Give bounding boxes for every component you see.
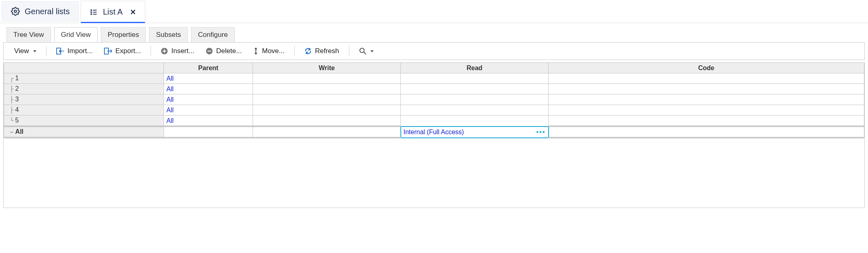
svg-point-4 bbox=[91, 10, 91, 11]
cell-read[interactable] bbox=[401, 73, 549, 84]
cell-write[interactable] bbox=[253, 73, 401, 84]
cell-read[interactable] bbox=[401, 84, 549, 94]
search-icon bbox=[359, 47, 366, 55]
search-menu[interactable] bbox=[354, 46, 379, 56]
cell-write[interactable] bbox=[253, 126, 401, 138]
tab-configure[interactable]: Configure bbox=[191, 27, 235, 42]
export-button[interactable]: Export... bbox=[99, 45, 146, 57]
cell-read[interactable] bbox=[401, 94, 549, 105]
grid-row: ├2 All bbox=[4, 84, 864, 94]
row-label[interactable]: └5 bbox=[4, 116, 164, 126]
grid-row: ┌1 All bbox=[4, 73, 864, 84]
toolbar: View Import... Export... Insert... Delet… bbox=[3, 42, 865, 60]
svg-point-12 bbox=[360, 48, 364, 53]
minus-circle-icon bbox=[206, 47, 213, 55]
view-mode-tabs: Tree View Grid View Properties Subsets C… bbox=[0, 23, 868, 42]
col-write[interactable]: Write bbox=[253, 63, 401, 73]
svg-point-5 bbox=[91, 12, 91, 13]
grid-empty-area[interactable] bbox=[3, 139, 865, 208]
cell-read[interactable] bbox=[401, 116, 549, 126]
cell-picker-icon[interactable]: ••• bbox=[536, 129, 546, 136]
tool-label: Import... bbox=[68, 47, 93, 55]
cell-parent[interactable]: All bbox=[164, 116, 253, 126]
row-label[interactable]: –All bbox=[4, 126, 164, 138]
tab-label: List A bbox=[103, 7, 123, 17]
cell-code[interactable] bbox=[549, 73, 864, 84]
import-button[interactable]: Import... bbox=[51, 45, 98, 57]
caret-down-icon bbox=[33, 50, 36, 52]
cell-code[interactable] bbox=[549, 116, 864, 126]
col-rowhead[interactable] bbox=[4, 63, 164, 73]
grid: Parent Write Read Code ┌1 All ├2 All ├3 … bbox=[3, 62, 865, 138]
tab-tree-view[interactable]: Tree View bbox=[6, 27, 51, 42]
tab-grid-view[interactable]: Grid View bbox=[54, 27, 98, 42]
svg-line-13 bbox=[364, 52, 366, 54]
move-vertical-icon bbox=[253, 47, 259, 55]
col-parent[interactable]: Parent bbox=[164, 63, 253, 73]
delete-button[interactable]: Delete... bbox=[201, 45, 247, 57]
cell-code[interactable] bbox=[549, 84, 864, 94]
cell-read[interactable] bbox=[401, 105, 549, 116]
gear-icon bbox=[11, 7, 20, 16]
tool-label: View bbox=[14, 47, 29, 55]
grid-row: └5 All bbox=[4, 116, 864, 126]
list-icon bbox=[90, 8, 98, 16]
cell-code[interactable] bbox=[549, 105, 864, 116]
cell-read-active[interactable]: Internal (Full Access) ••• bbox=[401, 126, 549, 138]
tab-properties[interactable]: Properties bbox=[101, 27, 146, 42]
move-button[interactable]: Move... bbox=[248, 45, 289, 57]
caret-down-icon bbox=[370, 50, 374, 52]
grid-header-row: Parent Write Read Code bbox=[4, 63, 864, 73]
cell-parent[interactable] bbox=[164, 126, 253, 138]
col-read[interactable]: Read bbox=[401, 63, 549, 73]
tab-label: General lists bbox=[25, 7, 70, 16]
row-label[interactable]: ┌1 bbox=[4, 73, 164, 84]
cell-parent[interactable]: All bbox=[164, 94, 253, 105]
grid-summary-row: –All Internal (Full Access) ••• bbox=[4, 126, 864, 138]
separator bbox=[294, 46, 295, 56]
insert-button[interactable]: Insert... bbox=[156, 45, 199, 57]
cell-code[interactable] bbox=[549, 126, 864, 138]
cell-write[interactable] bbox=[253, 116, 401, 126]
separator bbox=[46, 46, 47, 56]
grid-row: ├3 All bbox=[4, 94, 864, 105]
export-icon bbox=[104, 47, 112, 55]
cell-parent[interactable]: All bbox=[164, 84, 253, 94]
cell-code[interactable] bbox=[549, 94, 864, 105]
refresh-icon bbox=[304, 47, 312, 55]
tool-label: Delete... bbox=[216, 47, 242, 55]
tab-list-a[interactable]: List A ✕ bbox=[81, 1, 145, 23]
tab-subsets[interactable]: Subsets bbox=[149, 27, 187, 42]
close-icon[interactable]: ✕ bbox=[130, 8, 136, 17]
tool-label: Refresh bbox=[315, 47, 339, 55]
svg-point-6 bbox=[91, 14, 91, 15]
cell-write[interactable] bbox=[253, 105, 401, 116]
view-menu[interactable]: View bbox=[9, 45, 41, 57]
cell-parent[interactable]: All bbox=[164, 105, 253, 116]
window-tabs: General lists List A ✕ bbox=[0, 0, 868, 23]
separator bbox=[151, 46, 151, 56]
plus-circle-icon bbox=[161, 47, 168, 55]
tool-label: Insert... bbox=[171, 47, 194, 55]
row-label[interactable]: ├4 bbox=[4, 105, 164, 116]
cell-parent[interactable]: All bbox=[164, 73, 253, 84]
import-icon bbox=[56, 47, 64, 55]
separator bbox=[349, 46, 349, 56]
tool-label: Move... bbox=[262, 47, 285, 55]
cell-write[interactable] bbox=[253, 94, 401, 105]
svg-point-0 bbox=[14, 10, 17, 13]
tool-label: Export... bbox=[115, 47, 141, 55]
grid-row: ├4 All bbox=[4, 105, 864, 116]
refresh-button[interactable]: Refresh bbox=[300, 45, 344, 57]
col-code[interactable]: Code bbox=[549, 63, 864, 73]
tab-general-lists[interactable]: General lists bbox=[2, 1, 79, 21]
cell-write[interactable] bbox=[253, 84, 401, 94]
row-label[interactable]: ├3 bbox=[4, 94, 164, 105]
row-label[interactable]: ├2 bbox=[4, 84, 164, 94]
